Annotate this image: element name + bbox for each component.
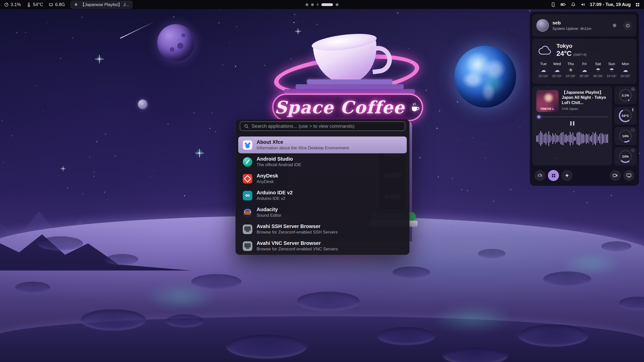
seek-handle[interactable] <box>537 115 540 118</box>
forecast-day: Wed 35°/25° <box>550 62 564 78</box>
star-sparkle <box>99 58 100 60</box>
weather-day-icon <box>623 67 628 73</box>
gauge-value: 14% <box>619 129 632 143</box>
quick-action-apps[interactable] <box>548 170 559 181</box>
app-icon <box>243 140 252 150</box>
quick-action-screen-record[interactable] <box>610 170 621 181</box>
star-sparkle <box>298 31 299 32</box>
battery-icon[interactable] <box>560 2 566 7</box>
app-texts: Audacity Sound Editor <box>257 207 281 218</box>
app-title: Android Studio <box>257 156 301 162</box>
audio-waveform <box>536 129 608 148</box>
user-card: seb System Uptime: 4h11m <box>532 14 636 36</box>
app-texts: Arduino IDE v2 Arduino IDE v2 <box>257 190 293 201</box>
gauge-value: 24% <box>619 150 632 163</box>
search-icon <box>244 124 249 129</box>
forecast-day-label: Fri <box>582 62 587 66</box>
workspace-dot-2[interactable] <box>311 3 314 6</box>
quick-action-display[interactable] <box>623 170 634 181</box>
app-texts: Avahi SSH Server Browser Browse for Zero… <box>257 224 338 235</box>
forecast-temps: 33°/26° <box>620 74 630 78</box>
forecast-day-label: Thu <box>568 62 574 66</box>
launcher-item[interactable]: Arduino IDE v2 Arduino IDE v2 <box>238 187 407 204</box>
weather-day-icon <box>554 67 560 73</box>
forecast-temps: 33°/24° <box>538 74 548 78</box>
app-icon <box>243 208 252 217</box>
seek-bar[interactable] <box>536 116 608 117</box>
memory-value: 6.8G <box>55 2 65 7</box>
weather-day-icon <box>609 67 614 73</box>
forecast-temps: 33°/26° <box>566 74 576 78</box>
forecast-day: Fri 35°/26° <box>578 62 591 78</box>
album-art-label: TOKYO L <box>536 107 558 110</box>
forecast-temps: 33°/26° <box>607 74 617 78</box>
user-info: seb System Uptime: 4h11m <box>552 20 591 31</box>
pause-button[interactable] <box>570 121 574 126</box>
weather-temperature: 24°C <box>556 50 572 58</box>
phone-icon[interactable] <box>551 2 556 7</box>
app-grid-icon[interactable] <box>635 2 640 7</box>
weather-texts: Tokyo 24°C (GMT+9) <box>556 43 587 58</box>
launcher-item[interactable]: Avahi VNC Server Browser Browse for Zero… <box>238 238 407 254</box>
workspace-dot-1[interactable] <box>306 3 308 6</box>
apps-grid-icon <box>551 173 556 178</box>
app-list: About Xfce Information about the Xfce De… <box>236 137 409 254</box>
speedometer-icon <box>537 173 543 178</box>
power-button[interactable] <box>623 21 632 30</box>
avatar[interactable] <box>536 19 549 32</box>
gauge-icon <box>632 108 633 111</box>
forecast-day: Mon 33°/26° <box>619 62 632 78</box>
app-icon <box>243 191 252 200</box>
neon-sign-text: Space Coffee <box>274 97 405 117</box>
quick-action-performance[interactable] <box>534 170 545 181</box>
launcher-item[interactable]: Audacity Sound Editor <box>238 204 407 221</box>
search-input[interactable] <box>252 123 401 129</box>
forecast-day: Sun 33°/26° <box>605 62 618 78</box>
launcher-item[interactable]: Android Studio The official Android IDE <box>238 153 407 170</box>
star-sparkle <box>199 152 200 154</box>
gauge-ring: 3.1% <box>619 89 632 102</box>
quick-actions <box>532 168 636 183</box>
pause-icon <box>74 3 78 7</box>
app-icon <box>243 241 252 251</box>
app-texts: Android Studio The official Android IDE <box>257 156 301 167</box>
launcher-item[interactable]: About Xfce Information about the Xfce De… <box>238 137 407 153</box>
temperature-stat: 54°C <box>26 2 43 7</box>
forecast-day-label: Mon <box>622 62 629 66</box>
workspace-dot-3[interactable] <box>317 4 319 6</box>
user-name: seb <box>552 20 591 26</box>
launcher-item[interactable]: Avahi SSH Server Browser Browse for Zero… <box>238 221 407 238</box>
roof-step <box>296 84 404 89</box>
volume-icon[interactable] <box>580 2 585 7</box>
now-playing-pill[interactable]: 【Japanese Playlist】 J... <box>70 1 133 9</box>
memory-icon <box>49 2 53 7</box>
workspace-active-pill[interactable] <box>321 3 333 6</box>
system-gauge: 14% <box>614 127 636 145</box>
app-icon <box>243 224 252 234</box>
settings-button[interactable] <box>610 21 619 30</box>
app-title: Avahi SSH Server Browser <box>257 224 338 229</box>
gauge-ring: 54°C <box>619 109 632 122</box>
track-artist: Chill Japan. <box>562 107 608 111</box>
clock[interactable]: 17:09 - Tue, 19 Aug <box>590 2 631 7</box>
gauge-ring: 24% <box>619 150 632 163</box>
workspace-dot-5[interactable] <box>336 3 339 6</box>
launcher-item[interactable]: AnyDesk AnyDesk <box>238 170 407 187</box>
bell-icon[interactable] <box>571 2 576 7</box>
temperature-value: 54°C <box>33 2 43 7</box>
quick-action-effects[interactable] <box>561 170 573 181</box>
forecast-day: Sat 36°/26° <box>591 62 605 78</box>
teal-glow <box>558 251 624 277</box>
monitor-icon <box>626 173 632 178</box>
app-texts: About Xfce Information about the Xfce De… <box>257 140 349 151</box>
weather-day-icon <box>541 67 546 73</box>
app-icon <box>243 174 252 184</box>
app-title: About Xfce <box>257 140 349 145</box>
app-texts: AnyDesk AnyDesk <box>257 173 278 184</box>
neon-sign-board: Space Coffee <box>272 94 423 121</box>
system-gauge: 3.1% <box>614 86 636 104</box>
gauge-value: 54°C <box>619 109 632 122</box>
forecast-day-label: Tue <box>540 62 546 66</box>
weather-day-icon <box>568 67 573 73</box>
app-title: Audacity <box>257 207 281 212</box>
